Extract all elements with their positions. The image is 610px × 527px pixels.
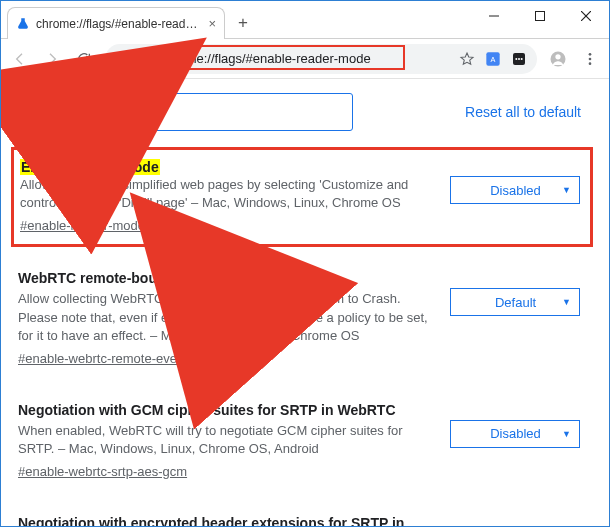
translate-icon[interactable]: A [483,49,503,69]
svg-point-13 [555,54,560,59]
flag-select-value: Disabled [469,183,562,198]
flask-icon [16,17,30,31]
address-bar[interactable]: Ch chrome://flags/#enable-reader-mode A [105,44,537,74]
flag-title: WebRTC remote-bound event logging [18,270,434,286]
reset-all-button[interactable]: Reset all to default [453,96,593,128]
svg-text:A: A [491,54,496,63]
flag-title: Negotiation with encrypted header extens… [18,515,434,527]
flag-title: Enable Reader Mode [20,159,160,175]
svg-point-17 [31,105,39,113]
reload-button[interactable] [69,44,99,74]
svg-rect-1 [536,12,545,21]
svg-point-14 [589,53,592,56]
svg-point-5 [120,56,125,61]
page-content: Reset all to default Enable Reader Mode … [1,79,609,527]
window-close-button[interactable] [563,1,609,31]
search-icon [28,102,44,122]
svg-point-15 [589,57,592,60]
search-input[interactable] [52,104,342,120]
flag-row: Negotiation with GCM cipher suites for S… [17,391,593,492]
search-box[interactable] [17,93,353,131]
back-button[interactable] [5,44,35,74]
flag-description: When enabled, WebRTC will try to negotia… [18,422,434,458]
chevron-down-icon: ▼ [562,185,571,195]
chevron-down-icon: ▼ [562,429,571,439]
flag-select[interactable]: Disabled ▼ [450,420,580,448]
window-maximize-button[interactable] [517,1,563,31]
flag-anchor[interactable]: #enable-webrtc-remote-event-log [18,351,209,366]
url-text: chrome://flags/#enable-reader-mode [160,51,451,66]
chrome-icon [113,49,133,69]
menu-icon[interactable] [575,44,605,74]
browser-toolbar: Ch chrome://flags/#enable-reader-mode A [1,39,609,79]
flag-description: Allow collecting WebRTC event logs and u… [18,290,434,345]
flag-title: Negotiation with GCM cipher suites for S… [18,402,434,418]
chevron-down-icon: ▼ [562,297,571,307]
flag-select-value: Default [469,295,562,310]
forward-button[interactable] [37,44,67,74]
flag-row: Negotiation with encrypted header extens… [17,504,593,527]
svg-point-11 [521,58,523,60]
flag-anchor[interactable]: #enable-webrtc-srtp-aes-gcm [18,464,187,479]
flag-row: Enable Reader Mode Allows viewing of sim… [11,147,593,247]
extension-icon[interactable] [509,49,529,69]
svg-point-9 [515,58,517,60]
flag-row: WebRTC remote-bound event logging Allow … [17,259,593,379]
site-label: Ch [139,52,154,66]
flag-anchor[interactable]: #enable-reader-mode [20,218,145,233]
browser-tab[interactable]: chrome://flags/#enable-reader-m × [7,7,225,39]
tab-close-icon[interactable]: × [208,16,216,31]
star-icon[interactable] [457,49,477,69]
window-minimize-button[interactable] [471,1,517,31]
flag-select[interactable]: Disabled ▼ [450,176,580,204]
profile-icon[interactable] [543,44,573,74]
svg-line-18 [38,112,41,115]
flag-description: Allows viewing of simplified web pages b… [20,176,434,212]
svg-point-16 [589,62,592,65]
tab-title: chrome://flags/#enable-reader-m [36,17,202,31]
svg-point-10 [518,58,520,60]
flag-select[interactable]: Default ▼ [450,288,580,316]
new-tab-button[interactable]: + [229,9,257,37]
flag-select-value: Disabled [469,426,562,441]
window-titlebar: chrome://flags/#enable-reader-m × + [1,1,609,39]
